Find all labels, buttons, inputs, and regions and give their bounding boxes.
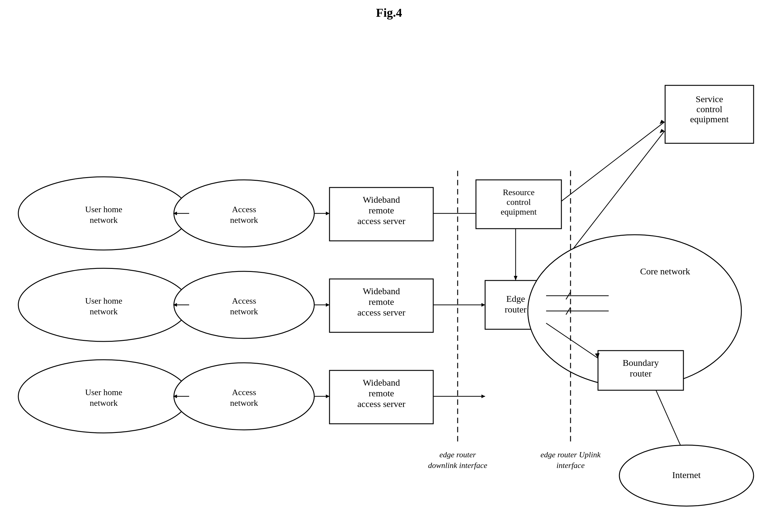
downlink-label2: downlink interface xyxy=(428,461,487,470)
arrowhead-rc-er xyxy=(514,276,518,280)
access-bot-label: Access xyxy=(232,387,256,397)
arrowhead-am-wm xyxy=(326,303,329,307)
arrowhead-at-wt xyxy=(326,211,329,215)
user-home-mid-label: User home xyxy=(85,296,122,305)
service-control-label1: Service xyxy=(696,94,723,104)
service-control-label3: equipment xyxy=(690,114,729,124)
arrowhead-ab-wb xyxy=(326,394,329,398)
arrowhead-wb-er xyxy=(481,394,485,398)
wideband-mid-label1: Wideband xyxy=(363,286,400,296)
edge-router-label1: Edge xyxy=(506,293,525,304)
wideband-bot-label1: Wideband xyxy=(363,377,400,387)
user-home-top-label2: network xyxy=(90,215,118,225)
access-top-label: Access xyxy=(232,204,256,214)
wideband-mid-label2: remote xyxy=(369,297,394,307)
arrowhead-wm-er xyxy=(481,303,485,307)
user-home-bot-label2: network xyxy=(90,398,118,408)
boundary-router-label2: router xyxy=(630,368,652,378)
user-home-mid-label2: network xyxy=(90,307,118,316)
service-control-label2: control xyxy=(697,104,722,114)
wideband-bot-label2: remote xyxy=(369,388,394,398)
edge-router-label2: router xyxy=(504,304,527,314)
resource-control-label2: control xyxy=(507,197,531,207)
access-mid-label: Access xyxy=(232,296,256,305)
figure-title: Fig.4 xyxy=(376,6,402,19)
boundary-router-label1: Boundary xyxy=(623,358,659,368)
wideband-top-label3: access server xyxy=(357,216,405,226)
downlink-label1: edge router xyxy=(439,450,476,459)
uplink-label1: edge router Uplink xyxy=(541,450,601,459)
wideband-top-label1: Wideband xyxy=(363,194,400,204)
resource-control-label3: equipment xyxy=(501,207,537,216)
internet-label: Internet xyxy=(672,470,701,480)
resource-control-label1: Resource xyxy=(503,187,535,197)
wideband-bot-label3: access server xyxy=(357,399,405,409)
user-home-bot-label: User home xyxy=(85,387,122,397)
access-bot-label2: network xyxy=(230,398,258,408)
access-mid-label2: network xyxy=(230,307,258,316)
wideband-mid-label3: access server xyxy=(357,307,405,318)
arrow-rc-sc xyxy=(561,122,665,201)
core-network-label: Core network xyxy=(640,266,690,276)
wideband-top-label2: remote xyxy=(369,205,394,215)
user-home-top-label: User home xyxy=(85,204,122,214)
line-br-internet xyxy=(656,390,680,445)
uplink-label2: interface xyxy=(556,461,585,470)
access-top-label2: network xyxy=(230,215,258,225)
